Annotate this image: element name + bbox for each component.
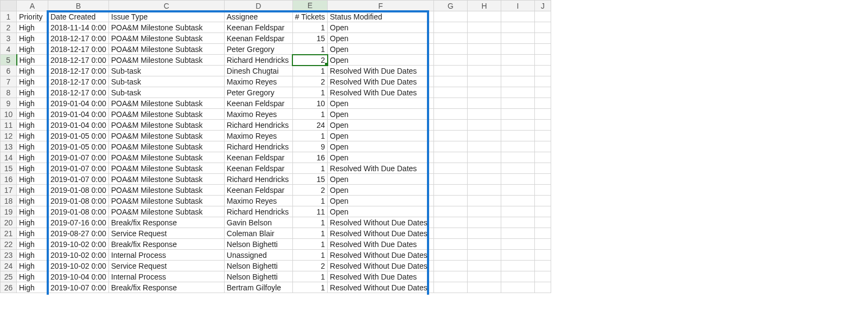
cell-B11[interactable]: 2019-01-04 0:00 [48,120,109,131]
cell-I18[interactable] [501,196,535,206]
cell-D7[interactable]: Maximo Reyes [224,76,292,87]
cell-H7[interactable] [468,76,501,87]
cell-A5[interactable]: High [17,55,48,66]
cell-C4[interactable]: POA&M Milestone Subtask [108,44,224,55]
cell-E10[interactable]: 1 [292,109,327,120]
cell-D17[interactable]: Keenan Feldspar [224,185,292,196]
cell-E15[interactable]: 1 [292,163,327,174]
row-header-15[interactable]: 15 [1,163,17,174]
cell-J15[interactable] [535,163,551,174]
cell-D12[interactable]: Maximo Reyes [224,131,292,141]
row-header-3[interactable]: 3 [1,33,17,44]
cell-G1[interactable] [434,11,468,22]
cell-A16[interactable]: High [17,174,48,185]
cell-G5[interactable] [434,55,468,66]
cell-H10[interactable] [468,109,501,120]
cell-E2[interactable]: 1 [292,22,327,33]
cell-B6[interactable]: 2018-12-17 0:00 [48,66,109,76]
cell-C2[interactable]: POA&M Milestone Subtask [108,22,224,33]
cell-C7[interactable]: Sub-task [108,76,224,87]
cell-I11[interactable] [501,120,535,131]
cell-F12[interactable]: Open [328,131,434,141]
cell-E21[interactable]: 1 [292,228,327,239]
cell-H6[interactable] [468,66,501,76]
cell-H24[interactable] [468,261,501,271]
cell-I20[interactable] [501,217,535,228]
cell-A24[interactable]: High [17,261,48,271]
cell-I9[interactable] [501,98,535,109]
cell-C6[interactable]: Sub-task [108,66,224,76]
cell-J14[interactable] [535,152,551,163]
select-all-corner[interactable] [1,1,17,11]
col-header-J[interactable]: J [535,1,551,11]
cell-J16[interactable] [535,174,551,185]
cell-F7[interactable]: Resolved With Due Dates [328,76,434,87]
cell-A6[interactable]: High [17,66,48,76]
cell-J6[interactable] [535,66,551,76]
cell-B1[interactable]: Date Created [48,11,109,22]
col-header-G[interactable]: G [434,1,468,11]
cell-I19[interactable] [501,206,535,217]
cell-G8[interactable] [434,87,468,98]
cell-E1[interactable]: # Tickets [292,11,327,22]
cell-E18[interactable]: 1 [292,196,327,206]
cell-G25[interactable] [434,271,468,282]
cell-F1[interactable]: Status Modified [328,11,434,22]
cell-C21[interactable]: Service Request [108,228,224,239]
cell-F22[interactable]: Resolved With Due Dates [328,239,434,250]
cell-E13[interactable]: 9 [292,141,327,152]
cell-A20[interactable]: High [17,217,48,228]
cell-D10[interactable]: Maximo Reyes [224,109,292,120]
cell-G26[interactable] [434,282,468,293]
cell-D16[interactable]: Richard Hendricks [224,174,292,185]
cell-F19[interactable]: Open [328,206,434,217]
cell-G16[interactable] [434,174,468,185]
cell-I6[interactable] [501,66,535,76]
cell-E22[interactable]: 1 [292,239,327,250]
cell-E14[interactable]: 16 [292,152,327,163]
cell-F9[interactable]: Open [328,98,434,109]
cell-E17[interactable]: 2 [292,185,327,196]
col-header-C[interactable]: C [108,1,224,11]
row-header-5[interactable]: 5 [1,55,17,66]
col-header-D[interactable]: D [224,1,292,11]
cell-J24[interactable] [535,261,551,271]
cell-H25[interactable] [468,271,501,282]
cell-C26[interactable]: Break/fix Response [108,282,224,293]
cell-C12[interactable]: POA&M Milestone Subtask [108,131,224,141]
cell-A13[interactable]: High [17,141,48,152]
cell-F23[interactable]: Resolved Without Due Dates [328,250,434,261]
cell-A17[interactable]: High [17,185,48,196]
cell-F17[interactable]: Open [328,185,434,196]
cell-D6[interactable]: Dinesh Chugtai [224,66,292,76]
cell-C8[interactable]: Sub-task [108,87,224,98]
cell-D13[interactable]: Richard Hendricks [224,141,292,152]
cell-E12[interactable]: 1 [292,131,327,141]
cell-D15[interactable]: Keenan Feldspar [224,163,292,174]
cell-I1[interactable] [501,11,535,22]
row-header-20[interactable]: 20 [1,217,17,228]
cell-A21[interactable]: High [17,228,48,239]
row-header-12[interactable]: 12 [1,131,17,141]
cell-J5[interactable] [535,55,551,66]
cell-B16[interactable]: 2019-01-07 0:00 [48,174,109,185]
cell-G18[interactable] [434,196,468,206]
row-header-13[interactable]: 13 [1,141,17,152]
cell-B14[interactable]: 2019-01-07 0:00 [48,152,109,163]
cell-H17[interactable] [468,185,501,196]
cell-D2[interactable]: Keenan Feldspar [224,22,292,33]
cell-F25[interactable]: Resolved With Due Dates [328,271,434,282]
cell-F8[interactable]: Resolved With Due Dates [328,87,434,98]
cell-B21[interactable]: 2019-08-27 0:00 [48,228,109,239]
cell-I8[interactable] [501,87,535,98]
row-header-7[interactable]: 7 [1,76,17,87]
cell-E5[interactable]: 2 [292,55,327,66]
cell-B24[interactable]: 2019-10-02 0:00 [48,261,109,271]
cell-H20[interactable] [468,217,501,228]
cell-J21[interactable] [535,228,551,239]
row-header-10[interactable]: 10 [1,109,17,120]
cell-J18[interactable] [535,196,551,206]
cell-A23[interactable]: High [17,250,48,261]
cell-G6[interactable] [434,66,468,76]
cell-I24[interactable] [501,261,535,271]
